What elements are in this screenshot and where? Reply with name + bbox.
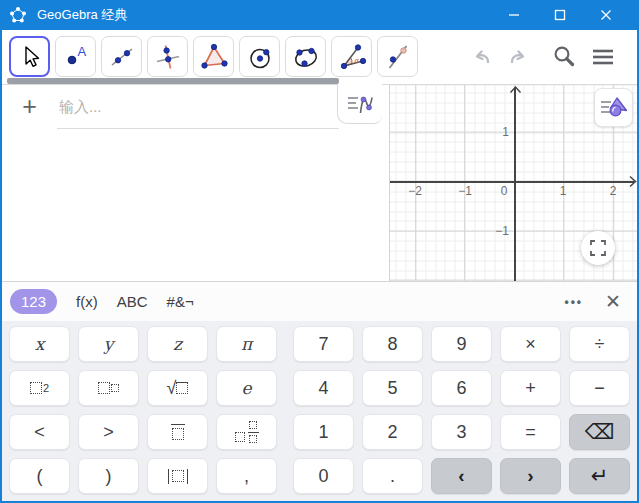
key-e[interactable]: e: [216, 370, 277, 406]
tool-angle-button[interactable]: α: [331, 36, 372, 77]
key-abs[interactable]: [147, 458, 208, 494]
key-pi[interactable]: π: [216, 326, 277, 362]
hamburger-icon: [588, 42, 617, 71]
x-axis-tick-label: −1: [458, 184, 472, 198]
key-5[interactable]: 5: [362, 370, 423, 406]
undo-icon: [469, 45, 495, 69]
svg-text:α: α: [354, 55, 359, 64]
key-greater-than[interactable]: >: [78, 414, 139, 450]
key-cursor-right[interactable]: ›: [500, 458, 561, 494]
key-0[interactable]: 0: [293, 458, 354, 494]
key-label: x: [35, 334, 45, 354]
key-decimal-point[interactable]: .: [362, 458, 423, 494]
x-squared-icon: [30, 382, 42, 394]
key-divide[interactable]: ÷: [569, 326, 630, 362]
maximize-button[interactable]: [537, 0, 583, 30]
key-plus[interactable]: +: [500, 370, 561, 406]
y-axis: [514, 87, 516, 281]
tool-perpendicular-line-button[interactable]: [147, 36, 188, 77]
cursor-icon: [15, 42, 45, 72]
reflect-icon: [383, 42, 413, 72]
tool-point-button[interactable]: A: [55, 36, 96, 77]
key-1[interactable]: 1: [293, 414, 354, 450]
x-axis: [390, 181, 634, 183]
ellipse-icon: [291, 42, 321, 72]
key-comma[interactable]: ,: [216, 458, 277, 494]
keyboard-close-button[interactable]: ✕: [605, 292, 621, 311]
key-x[interactable]: x: [9, 326, 70, 362]
key-multiply[interactable]: ×: [500, 326, 561, 362]
tool-ellipse-button[interactable]: [285, 36, 326, 77]
key-fraction[interactable]: [147, 414, 208, 450]
key-label: 8: [387, 334, 397, 355]
key-y[interactable]: y: [78, 326, 139, 362]
keyboard-more-button[interactable]: •••: [564, 295, 583, 309]
keyboard-tab-fx[interactable]: f(x): [76, 293, 98, 310]
key-6[interactable]: 6: [431, 370, 492, 406]
menu-button[interactable]: [588, 42, 617, 71]
x-axis-tick-label: 1: [560, 184, 567, 198]
key-label: z: [173, 334, 182, 354]
close-icon: [600, 9, 612, 21]
key-equals[interactable]: =: [500, 414, 561, 450]
undo-button[interactable]: [469, 45, 495, 69]
minimize-button[interactable]: [491, 0, 537, 30]
graphics-view[interactable]: −2−10121−1: [390, 85, 637, 281]
key-7[interactable]: 7: [293, 326, 354, 362]
keyboard-row: (),0.‹›↵: [2, 458, 637, 494]
perpendicular-line-icon: [153, 42, 183, 72]
key-3[interactable]: 3: [431, 414, 492, 450]
key-9[interactable]: 9: [431, 326, 492, 362]
circle-icon: [245, 42, 275, 72]
y-axis-arrow-icon: [509, 85, 522, 94]
fullscreen-button[interactable]: [581, 231, 615, 265]
key-label: ×: [525, 334, 536, 355]
key-power[interactable]: [78, 370, 139, 406]
keyboard-tab-abc[interactable]: ABC: [117, 293, 148, 310]
fullscreen-icon: [590, 240, 606, 256]
key-label: 5: [387, 378, 397, 399]
power-icon: [98, 382, 110, 394]
redo-icon: [505, 45, 531, 69]
key-label: (: [37, 466, 43, 487]
function-list-icon: [345, 91, 375, 117]
tool-line-button[interactable]: [101, 36, 142, 77]
title-bar: GeoGebra 经典: [0, 0, 639, 30]
key-enter[interactable]: ↵: [569, 458, 630, 494]
input-panel-toggle-button[interactable]: [337, 84, 382, 124]
tool-reflect-about-line-button[interactable]: [377, 36, 418, 77]
key-label: y: [104, 334, 114, 354]
key-cursor-left[interactable]: ‹: [431, 458, 492, 494]
key-4[interactable]: 4: [293, 370, 354, 406]
key-label: 0: [318, 466, 328, 487]
key-sqrt[interactable]: √: [147, 370, 208, 406]
graphics-settings-button[interactable]: [594, 88, 633, 127]
key-z[interactable]: z: [147, 326, 208, 362]
key-8[interactable]: 8: [362, 326, 423, 362]
keyboard-tab-symbols[interactable]: #&¬: [167, 293, 194, 310]
tool-buttons: Aα: [9, 36, 418, 77]
keyboard-header: 123f(x)ABC#&¬ ••• ✕: [2, 282, 637, 321]
close-button[interactable]: [583, 0, 629, 30]
tool-polygon-button[interactable]: [193, 36, 234, 77]
key-close-paren[interactable]: ): [78, 458, 139, 494]
key-label: 3: [456, 422, 466, 443]
svg-text:A: A: [77, 43, 86, 58]
tool-move-button[interactable]: [9, 36, 50, 77]
key-backspace[interactable]: ⌫: [569, 414, 630, 450]
search-button[interactable]: [549, 42, 578, 71]
key-minus[interactable]: −: [569, 370, 630, 406]
add-expression-button[interactable]: +: [2, 85, 57, 128]
algebra-input[interactable]: [57, 97, 329, 116]
key-label: +: [525, 378, 536, 399]
tool-circle-button[interactable]: [239, 36, 280, 77]
key-less-than[interactable]: <: [9, 414, 70, 450]
key-open-paren[interactable]: (: [9, 458, 70, 494]
redo-button[interactable]: [505, 45, 531, 69]
keyboard-tab-123[interactable]: 123: [10, 289, 57, 314]
key-x-squared[interactable]: 2: [9, 370, 70, 406]
key-2[interactable]: 2: [362, 414, 423, 450]
key-label: ): [106, 466, 112, 487]
polygon-icon: [199, 42, 229, 72]
key-mixed-number[interactable]: [216, 414, 277, 450]
